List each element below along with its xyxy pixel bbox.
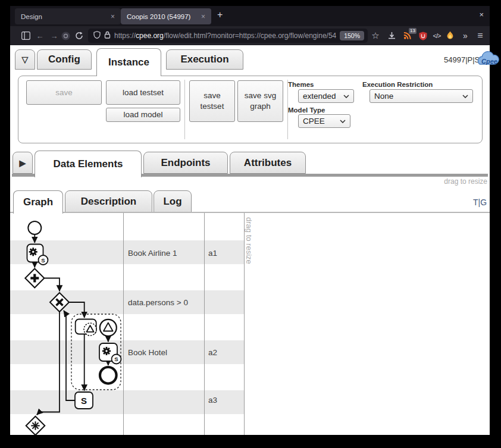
back-icon[interactable]: ← [35, 31, 45, 40]
model-type-label: Model Type [288, 106, 325, 114]
loop-condition-event[interactable] [100, 319, 117, 336]
url-text: https://cpee.org/flow/edit.html?monitor=… [114, 32, 336, 40]
overflow-chevrons-icon[interactable]: » [461, 31, 470, 40]
browser-tab-coopis[interactable]: Coopis 2010 (54997) × [121, 8, 211, 24]
model-type-select[interactable]: CPEE [298, 114, 350, 128]
row-label: Book Hotel [128, 348, 167, 357]
instance-toolbox: save load testset load model save testse… [18, 76, 483, 143]
tab-config[interactable]: Config [37, 49, 92, 70]
svg-text:S: S [114, 356, 118, 362]
execution-restriction-select[interactable]: None [370, 89, 473, 103]
tab-close-icon[interactable]: × [111, 12, 115, 21]
browser-tab-strip: Design × Coopis 2010 (54997) × + × [10, 6, 490, 26]
row-label: Book Airline 1 [128, 249, 177, 258]
code-extension-icon[interactable]: </> [432, 31, 441, 40]
loop-marker-task[interactable] [76, 319, 96, 336]
parallel-gateway[interactable] [25, 269, 44, 288]
chevron-down-icon [340, 120, 346, 123]
chevron-down-icon [343, 95, 349, 98]
save-button[interactable]: save [26, 80, 102, 105]
download-icon[interactable] [387, 31, 396, 40]
drag-to-resize-hint[interactable]: drag to resize [444, 177, 487, 186]
url-host: cpee.org [136, 32, 164, 40]
forward-icon[interactable]: → [49, 31, 59, 40]
lock-icon[interactable] [104, 30, 111, 41]
graph-tabstrip-border [10, 212, 490, 213]
tab-data-elements[interactable]: Data Elements [35, 151, 142, 177]
tracking-shield-icon[interactable] [93, 30, 101, 41]
browser-window: Design × Coopis 2010 (54997) × + × ← → [10, 6, 490, 435]
row-id-label: a1 [208, 249, 217, 258]
tab-description[interactable]: Description [65, 190, 152, 212]
tab-endpoints[interactable]: Endpoints [143, 152, 228, 174]
expand-panel-tab[interactable]: ▶ [12, 152, 33, 174]
cpee-logo: Cpee [477, 49, 499, 73]
browser-navbar: ← → https://cpee.org/flow/edit.html?moni… [10, 26, 490, 45]
gear-icon [29, 248, 37, 256]
row-id-label: a2 [208, 348, 217, 357]
star-gateway[interactable] [26, 416, 45, 435]
new-tab-button[interactable]: + [217, 10, 223, 20]
zoom-level-badge[interactable]: 150% [340, 31, 364, 40]
themes-label: Themes [288, 81, 314, 88]
sidebar-toggle-icon[interactable] [21, 31, 30, 40]
loop-end-event[interactable] [100, 367, 117, 384]
vertical-drag-hint[interactable]: drag to resize [245, 217, 253, 264]
svg-text:S: S [81, 396, 87, 406]
execution-restriction-label: Execution Restriction [362, 81, 433, 88]
save-svg-graph-button[interactable]: save svg graph [237, 80, 283, 122]
extension-circle-icon[interactable] [61, 31, 70, 40]
tab-attributes[interactable]: Attributes [230, 152, 306, 174]
collapse-header-tab[interactable]: ▽ [15, 49, 35, 70]
tab-log[interactable]: Log [154, 190, 192, 212]
load-model-button[interactable]: load model [106, 108, 180, 122]
theme-toggle-tg[interactable]: T|G [473, 198, 487, 207]
ublock-shield-icon[interactable] [418, 31, 428, 40]
script-task-a3[interactable]: S [75, 392, 93, 409]
stream-count-badge: 13 [409, 28, 417, 34]
browser-tab-design[interactable]: Design × [15, 8, 121, 24]
chevron-down-icon [462, 95, 468, 98]
asterisk-icon [31, 421, 39, 430]
event-stream-icon[interactable]: 13 [403, 31, 412, 40]
triangle-right-icon: ▶ [20, 158, 26, 168]
tab-graph[interactable]: Graph [13, 190, 63, 214]
svg-text:Cpee: Cpee [481, 58, 497, 65]
tab-instance[interactable]: Instance [96, 48, 161, 76]
tab-title: Coopis 2010 (54997) [127, 13, 195, 20]
tab-title: Design [21, 13, 105, 20]
toolbox-divider [184, 80, 185, 139]
window-close-button[interactable]: × [479, 10, 484, 19]
reload-icon[interactable] [74, 31, 84, 40]
flame-extension-icon[interactable] [445, 31, 455, 40]
url-bar[interactable]: https://cpee.org/flow/edit.html?monitor=… [88, 29, 368, 43]
workflow-graph-svg: drag to resize [10, 213, 490, 435]
triangle-down-icon: ▽ [22, 55, 29, 64]
row-stripes [10, 240, 244, 414]
cpee-page: ▽ Config Instance Execution 54997|P|S|C … [10, 45, 490, 435]
start-event[interactable] [28, 221, 41, 234]
gear-icon [102, 347, 111, 355]
menu-hamburger-icon[interactable]: ≡ [475, 31, 485, 40]
load-testset-button[interactable]: load testset [106, 80, 180, 105]
row-labels: Book Airline 1 a1 data.persons > 0 Book … [128, 249, 217, 405]
graph-panel: drag to resize [10, 213, 490, 435]
tab-execution[interactable]: Execution [166, 49, 243, 70]
row-label: data.persons > 0 [128, 298, 188, 307]
bookmark-star-icon[interactable]: ☆ [371, 31, 380, 40]
save-testset-button[interactable]: save testset [189, 80, 235, 122]
themes-select[interactable]: extended [298, 89, 354, 103]
row-id-label: a3 [208, 396, 217, 405]
tab-close-icon[interactable]: × [201, 12, 205, 21]
svg-text:S: S [41, 257, 45, 264]
screenshot-root: { "browser": { "tabs": [ { "title": "Des… [0, 0, 501, 448]
